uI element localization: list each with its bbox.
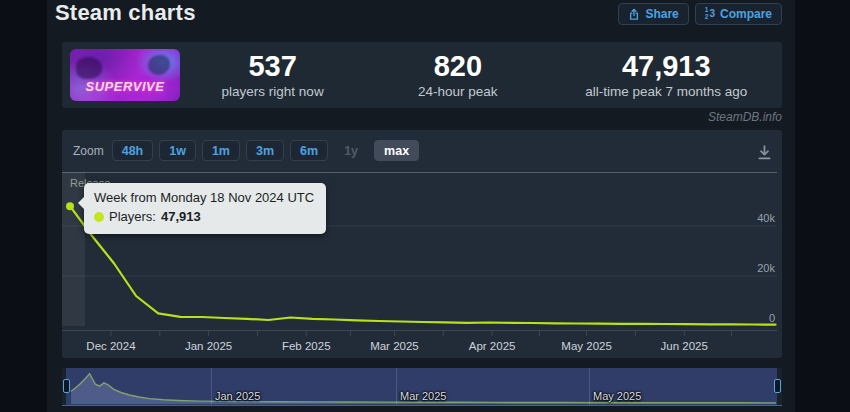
- download-icon[interactable]: [756, 144, 773, 165]
- release-plot-band: [62, 172, 85, 326]
- stat-label: 24-hour peak: [365, 84, 550, 99]
- zoom-controls: Zoom 48h1w1m3m6m1ymax: [73, 140, 419, 161]
- series-dot-icon: [94, 212, 104, 222]
- compare-icon: 123: [705, 7, 715, 21]
- x-axis-label: May 2025: [561, 340, 612, 352]
- zoom-button-1m[interactable]: 1m: [202, 140, 240, 161]
- share-button[interactable]: Share: [618, 3, 688, 25]
- stat-label: players right now: [180, 84, 365, 99]
- zoom-button-1y: 1y: [334, 140, 368, 161]
- page: Steam charts Share 123 Compare SUPERVIVE…: [47, 0, 795, 412]
- navigator-gridline: [396, 368, 397, 405]
- zoom-button-48h[interactable]: 48h: [112, 140, 154, 161]
- stat-label: all-time peak 7 months ago: [550, 84, 782, 99]
- page-title: Steam charts: [55, 0, 196, 26]
- chart-navigator[interactable]: Jan 2025Mar 2025May 2025: [62, 368, 782, 406]
- chart-tooltip: Week from Monday 18 Nov 2024 UTC Players…: [84, 183, 326, 234]
- zoom-button-max[interactable]: max: [374, 140, 419, 161]
- compare-button-label: Compare: [720, 7, 772, 21]
- compare-button[interactable]: 123 Compare: [695, 3, 782, 25]
- tooltip-value: 47,913: [161, 208, 201, 227]
- game-capsule-image[interactable]: SUPERVIVE: [70, 49, 180, 101]
- tooltip-series-label: Players:: [109, 208, 156, 227]
- tooltip-title: Week from Monday 18 Nov 2024 UTC: [94, 189, 314, 208]
- capsule-art-shape: [76, 57, 102, 79]
- navigator-axis-label: May 2025: [593, 390, 641, 402]
- stat-value: 537: [180, 51, 365, 83]
- share-icon: [628, 8, 640, 21]
- stat-value: 47,913: [550, 51, 782, 83]
- stat-value: 820: [365, 51, 550, 83]
- x-axis-label: Dec 2024: [86, 340, 136, 352]
- header-actions: Share 123 Compare: [618, 3, 782, 25]
- stat-block: 82024-hour peak: [365, 51, 550, 100]
- x-axis-label: Apr 2025: [469, 340, 516, 352]
- navigator-left-handle[interactable]: [63, 379, 70, 393]
- x-axis-label: Feb 2025: [282, 340, 331, 352]
- zoom-buttons: 48h1w1m3m6m1ymax: [112, 140, 419, 161]
- tooltip-series-row: Players: 47,913: [94, 208, 314, 227]
- stat-block: 47,913all-time peak 7 months ago: [550, 51, 782, 100]
- stat-block: 537players right now: [180, 51, 365, 100]
- x-axis-label: Jan 2025: [185, 340, 232, 352]
- navigator-gridline: [211, 368, 212, 405]
- x-axis-label: Jun 2025: [661, 340, 708, 352]
- stats-card: SUPERVIVE 537players right now82024-hour…: [62, 42, 782, 108]
- zoom-button-1w[interactable]: 1w: [159, 140, 196, 161]
- navigator-right-handle[interactable]: [774, 379, 781, 393]
- zoom-button-6m[interactable]: 6m: [290, 140, 328, 161]
- share-button-label: Share: [645, 7, 678, 21]
- stats-list: 537players right now82024-hour peak47,91…: [180, 51, 782, 100]
- steamdb-watermark: SteamDB.info: [708, 110, 782, 124]
- y-axis-tick-label: 40k: [757, 212, 775, 224]
- zoom-label: Zoom: [73, 144, 104, 158]
- navigator-axis-label: Mar 2025: [400, 390, 446, 402]
- hovered-point-marker: [66, 202, 74, 210]
- y-axis-tick-label: 0: [769, 312, 775, 324]
- navigator-axis-label: Jan 2025: [215, 390, 260, 402]
- chart-card: Zoom 48h1w1m3m6m1ymax Release 020k40kDec…: [62, 130, 782, 358]
- y-axis-tick-label: 20k: [757, 262, 775, 274]
- navigator-gridline: [589, 368, 590, 405]
- game-logo-text: SUPERVIVE: [70, 79, 180, 94]
- zoom-button-3m[interactable]: 3m: [246, 140, 284, 161]
- capsule-art-shape: [148, 55, 170, 75]
- x-axis-label: Mar 2025: [370, 340, 419, 352]
